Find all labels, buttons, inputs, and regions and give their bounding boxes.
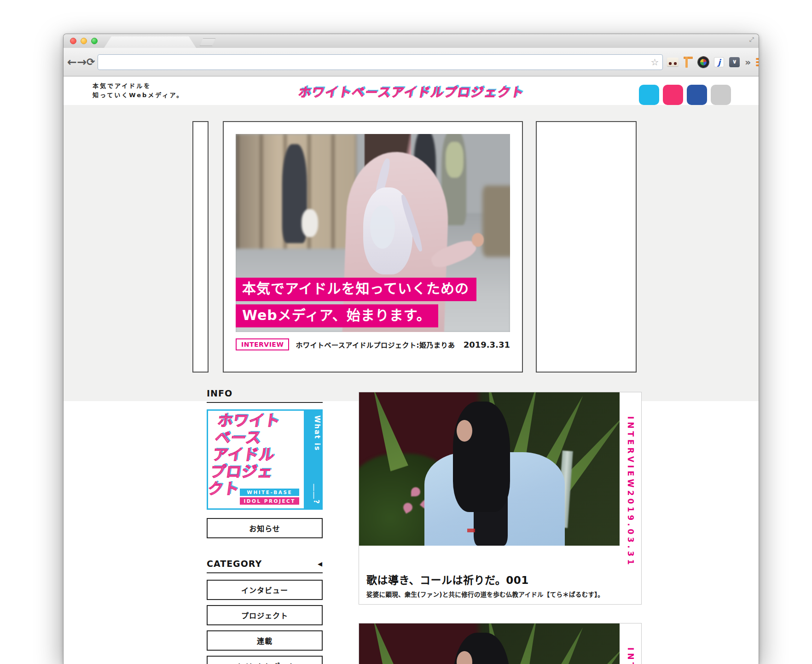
article-vertical-label: INTERVIEW2019.03.31 (626, 416, 635, 567)
palette-swatch-pink[interactable] (663, 85, 683, 105)
back-button[interactable]: ← (67, 55, 77, 69)
extension-area: j ∨ » (667, 57, 759, 68)
forward-button[interactable]: → (77, 55, 87, 69)
idol-project-badge: IDOL PROJECT (240, 497, 299, 505)
new-tab-button[interactable] (200, 38, 215, 46)
url-input[interactable] (98, 55, 647, 70)
category-list: インタビュー プロジェクト 連載 イベントレポート (207, 580, 323, 664)
category-item-series[interactable]: 連載 (207, 630, 323, 651)
article-vertical-strip: INTERVIEW2019.03.31 (620, 392, 641, 567)
category-heading: CATEGORY ◀ (207, 559, 323, 573)
article-card[interactable]: INTERVIEW2019.03.31 (359, 623, 642, 664)
pocket-extension-icon[interactable]: ∨ (729, 57, 740, 67)
carousel-previous-slide[interactable] (192, 121, 209, 373)
palette-swatch-blue[interactable] (687, 85, 707, 105)
hero-carousel: 本気でアイドルを知っていくための Webメディア、始まります。 INTERVIE… (64, 105, 759, 401)
zoom-button[interactable] (91, 38, 98, 44)
sidebar-logo-badges: WHITE-BASE IDOL PROJECT (240, 489, 299, 505)
ruler-extension-icon[interactable] (684, 57, 693, 68)
collapse-triangle-icon[interactable]: ◀ (318, 560, 323, 567)
resize-icon[interactable]: ⤢ (749, 36, 754, 43)
browser-window: ⤢ ← → ⟳ ☆ j ∨ » 本気でアイドルを 知っていくWebメディア。 ホ… (63, 34, 759, 664)
camera-lens-extension-icon[interactable] (698, 57, 709, 68)
bookmark-star-icon[interactable]: ☆ (647, 57, 662, 68)
browser-toolbar: ← → ⟳ ☆ j ∨ » (64, 48, 759, 76)
reload-button[interactable]: ⟳ (87, 56, 95, 68)
menu-hamburger-icon[interactable] (756, 58, 759, 66)
info-heading: INFO (207, 388, 323, 403)
hero-overlay-text: 本気でアイドルを知っていくための Webメディア、始まります。 (236, 278, 476, 327)
page-content: 本気でアイドルを 知っていくWebメディア。 ホワイトベースアイドルプロジェクト (64, 76, 759, 664)
hero-overlay-line1: 本気でアイドルを知っていくための (236, 278, 476, 301)
browser-tab[interactable] (104, 36, 196, 48)
hero-photo: 本気でアイドルを知っていくための Webメディア、始まります。 (236, 134, 510, 332)
minimize-button[interactable] (81, 38, 87, 44)
hero-overlay-line2: Webメディア、始まります。 (236, 304, 438, 328)
category-item-project[interactable]: プロジェクト (207, 605, 323, 625)
hero-caption: INTERVIEW ホワイトベースアイドルプロジェクト:姫乃まりあ 2019.3… (236, 338, 510, 350)
sidebar: INFO ホワイト ベース アイドル プロジェ クト WHITE-BASE ID… (207, 388, 323, 664)
article-list: INTERVIEW2019.03.31 歌は導き、コールは祈りだ。001 娑婆に… (359, 392, 642, 664)
article-vertical-strip: INTERVIEW2019.03.31 (620, 623, 641, 664)
mask-extension-icon[interactable] (667, 58, 679, 66)
palette-swatch-cyan[interactable] (639, 85, 659, 105)
hero-article-title[interactable]: ホワイトベースアイドルプロジェクト:姫乃まりあ (296, 340, 455, 349)
jquery-extension-icon[interactable]: j (714, 57, 724, 67)
hero-slide[interactable]: 本気でアイドルを知っていくための Webメディア、始まります。 INTERVIE… (223, 121, 523, 373)
url-bar[interactable]: ☆ (98, 54, 663, 70)
article-vertical-label: INTERVIEW2019.03.31 (626, 647, 635, 664)
sidebar-logo-text: ホワイト ベース アイドル プロジェ クト (207, 413, 281, 498)
site-header: 本気でアイドルを 知っていくWebメディア。 ホワイトベースアイドルプロジェクト (64, 76, 759, 105)
titlebar[interactable]: ⤢ (64, 34, 759, 48)
close-button[interactable] (70, 38, 76, 44)
category-item-event-report[interactable]: イベントレポート (207, 656, 323, 664)
about-logo-card[interactable]: ホワイト ベース アイドル プロジェ クト WHITE-BASE IDOL PR… (207, 409, 323, 510)
article-photo (359, 623, 620, 664)
window-controls (70, 38, 98, 44)
palette-swatch-gray[interactable] (711, 85, 731, 105)
carousel-next-slide[interactable] (536, 121, 637, 373)
main-content: INFO ホワイト ベース アイドル プロジェ クト WHITE-BASE ID… (64, 401, 759, 664)
header-color-links (639, 85, 731, 105)
category-item-interview[interactable]: インタビュー (207, 580, 323, 600)
what-is-text-bottom: ＿＿? (304, 484, 321, 505)
hero-article-date: 2019.3.31 (464, 340, 510, 349)
white-base-badge: WHITE-BASE (240, 489, 299, 496)
article-card[interactable]: INTERVIEW2019.03.31 歌は導き、コールは祈りだ。001 娑婆に… (359, 392, 642, 605)
article-caption: 歌は導き、コールは祈りだ。001 娑婆に顕現、衆生(ファン)と共に修行の道を歩む… (359, 567, 641, 604)
article-photo (359, 392, 620, 546)
article-subtitle: 娑婆に顕現、衆生(ファン)と共に修行の道を歩む仏教アイドル【てら＊ぱるむす】。 (366, 589, 634, 599)
overflow-chevron[interactable]: » (745, 57, 751, 68)
category-badge[interactable]: INTERVIEW (236, 338, 289, 350)
article-title[interactable]: 歌は導き、コールは祈りだ。001 (366, 571, 634, 587)
what-is-strip: What is ＿＿? (304, 411, 321, 508)
what-is-text-top: What is (304, 415, 321, 451)
news-button[interactable]: お知らせ (207, 518, 323, 538)
